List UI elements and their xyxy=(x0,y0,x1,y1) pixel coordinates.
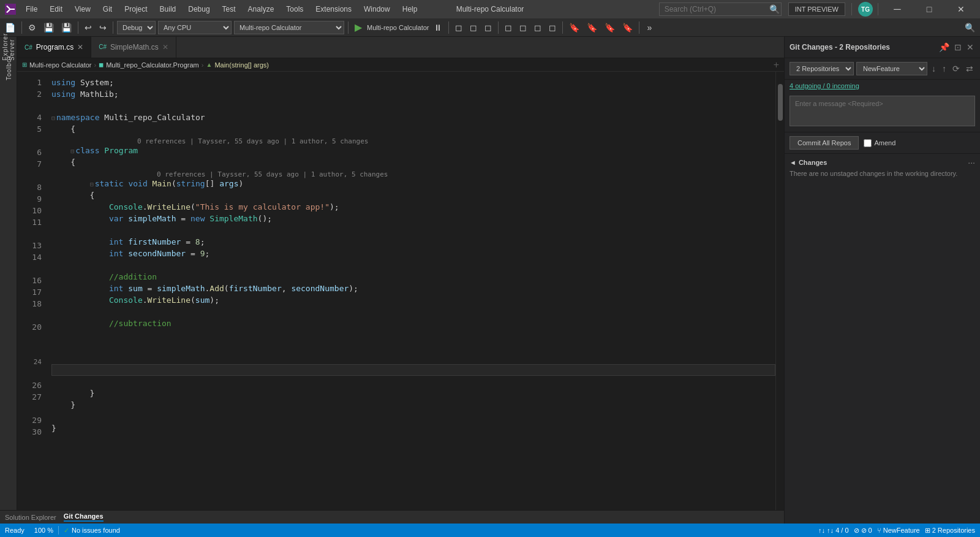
status-repos-count[interactable]: ⊞ 2 Repositories xyxy=(925,527,975,535)
status-branch[interactable]: ⑂ NewFeature xyxy=(877,527,920,534)
git-push-btn[interactable]: ⟳ xyxy=(951,63,962,75)
tab-program-cs-close[interactable]: ✕ xyxy=(77,43,83,51)
breadcrumb-class[interactable]: Multi_repo_Calculator.Program xyxy=(106,61,199,69)
debug-mode-dropdown[interactable]: Debug xyxy=(117,21,156,34)
menu-debug[interactable]: Debug xyxy=(183,4,214,15)
editor-scrollbar[interactable] xyxy=(775,72,784,524)
int-preview-button[interactable]: INT PREVIEW xyxy=(788,2,845,16)
close-button[interactable]: ✕ xyxy=(947,0,975,18)
code-line-6: ⊟class Program xyxy=(51,145,775,156)
toolbar-search-feedback[interactable]: 🔍 xyxy=(962,20,978,35)
toolbar-pause-btn[interactable]: ⏸ xyxy=(431,20,445,35)
breadcrumb-project[interactable]: Multi-repo Calculator xyxy=(29,61,91,69)
toolbar-bookmark3[interactable]: 🔖 xyxy=(602,20,617,35)
git-toolbar: 2 Repositories NewFeature ↓ ↑ ⟳ ⇄ xyxy=(785,58,980,80)
solution-explorer-tab[interactable]: Solution Explorer xyxy=(5,514,56,521)
minimize-button[interactable]: ─ xyxy=(883,0,911,18)
toolbar-build-btn[interactable]: ⚙ xyxy=(26,20,39,35)
status-ready[interactable]: Ready xyxy=(0,524,29,537)
code-line-17: int sum = simpleMath.Add(firstNumber, se… xyxy=(51,283,775,294)
toolbar-extra2[interactable]: ◻ xyxy=(467,20,480,35)
outgoing-link[interactable]: 4 outgoing / 0 incoming xyxy=(785,80,980,92)
menu-file[interactable]: File xyxy=(21,4,42,15)
commit-message-input[interactable] xyxy=(790,96,975,126)
project-dropdown[interactable]: Multi-repo Calculator xyxy=(234,21,344,34)
toolbar-bookmark2[interactable]: 🔖 xyxy=(584,20,600,35)
toolbar-saveall-btn[interactable]: 💾 xyxy=(59,20,74,35)
scrollbar-thumb[interactable] xyxy=(778,84,783,121)
menu-build[interactable]: Build xyxy=(155,4,181,15)
toolbar-extra7[interactable]: ◻ xyxy=(546,20,559,35)
code-line-18: Console.WriteLine(sum); xyxy=(51,294,775,306)
code-line-28 xyxy=(51,411,775,422)
changes-title: ◄ Changes xyxy=(790,159,827,166)
branch-dropdown[interactable]: NewFeature xyxy=(856,62,927,75)
menu-git[interactable]: Git xyxy=(98,4,117,15)
code-line-30 xyxy=(51,434,775,446)
changes-section: ◄ Changes ··· There are no unstaged chan… xyxy=(785,154,980,524)
menu-bar: File Edit View Git Project Build Debug T… xyxy=(21,4,422,15)
tab-simplemath-cs-close[interactable]: ✕ xyxy=(162,43,168,51)
code-line-4: ⊟namespace Multi_repo_Calculator xyxy=(51,112,775,123)
menu-tools[interactable]: Tools xyxy=(281,4,308,15)
toolbar-redo-btn[interactable]: ↪ xyxy=(97,20,109,35)
menu-test[interactable]: Test xyxy=(217,4,241,15)
git-panel-pin-btn[interactable]: 📌 xyxy=(938,41,951,53)
repos-dropdown[interactable]: 2 Repositories xyxy=(790,62,854,75)
status-git-info[interactable]: ↑↓ ↑↓ 4 / 0 xyxy=(818,527,848,534)
line-numbers: 1 2 4 5 · 6 7 · 8 9 10 11 13 14 xyxy=(17,72,47,524)
toolbar-extra3[interactable]: ◻ xyxy=(482,20,494,35)
toolbar-extra4[interactable]: ◻ xyxy=(502,20,514,35)
status-errors[interactable]: ⊘ ⊘ 0 xyxy=(854,527,872,535)
toolbar-bookmark4[interactable]: 🔖 xyxy=(620,20,635,35)
menu-view[interactable]: View xyxy=(70,4,96,15)
code-content[interactable]: using System; using MathLib; ⊟namespace … xyxy=(47,72,775,524)
maximize-button[interactable]: □ xyxy=(915,0,943,18)
toolbar-bookmark1[interactable]: 🔖 xyxy=(567,20,582,35)
status-issues[interactable]: ✓ No issues found xyxy=(64,527,120,535)
git-panel-close-btn[interactable]: ✕ xyxy=(965,41,975,53)
git-changes-tab[interactable]: Git Changes xyxy=(64,512,104,522)
sidebar-server-explorer[interactable]: Server Explorer xyxy=(1,39,16,54)
code-line-19 xyxy=(51,306,775,318)
code-editor[interactable]: 1 2 4 5 · 6 7 · 8 9 10 11 13 14 xyxy=(17,72,775,524)
user-avatar[interactable]: TG xyxy=(858,2,873,17)
changes-collapse-icon[interactable]: ◄ xyxy=(790,159,796,166)
toolbar-extra5[interactable]: ◻ xyxy=(517,20,529,35)
title-bar-left: File Edit View Git Project Build Debug T… xyxy=(5,4,422,15)
amend-label[interactable]: Amend xyxy=(874,139,895,147)
status-zoom[interactable]: 100 % xyxy=(34,527,53,534)
toolbar-more[interactable]: » xyxy=(643,20,655,35)
toolbar-extra1[interactable]: ◻ xyxy=(453,20,465,35)
breadcrumb-method[interactable]: Main(string[] args) xyxy=(214,61,269,69)
tab-program-cs[interactable]: C# Program.cs ✕ xyxy=(17,37,91,58)
breadcrumb-add-icon[interactable]: + xyxy=(774,59,779,70)
tab-simplemath-cs[interactable]: C# SimpleMath.cs ✕ xyxy=(91,37,176,58)
repos-count-label: 2 Repositories xyxy=(932,527,975,534)
toolbar-save-btn[interactable]: 💾 xyxy=(41,20,56,35)
commit-button[interactable]: Commit All Repos xyxy=(790,136,859,150)
menu-project[interactable]: Project xyxy=(119,4,152,15)
menu-window[interactable]: Window xyxy=(359,4,395,15)
search-input[interactable] xyxy=(659,2,782,16)
git-sync-btn[interactable]: ⇄ xyxy=(964,63,975,75)
amend-checkbox[interactable] xyxy=(864,139,872,147)
menu-analyze[interactable]: Analyze xyxy=(243,4,279,15)
menu-edit[interactable]: Edit xyxy=(45,4,67,15)
sidebar-toolbox[interactable]: Toolbox xyxy=(1,60,16,75)
toolbar-undo-btn[interactable]: ↩ xyxy=(82,20,94,35)
cpu-dropdown[interactable]: Any CPU xyxy=(158,21,232,34)
run-button[interactable]: ▶ xyxy=(352,21,364,33)
menu-help[interactable]: Help xyxy=(398,4,423,15)
hint-5: 0 references | Taysser, 55 days ago | 1 … xyxy=(51,135,775,145)
commit-actions: Commit All Repos Amend xyxy=(785,132,980,154)
git-panel-maximize-btn[interactable]: ⊡ xyxy=(953,41,963,53)
code-line-3 xyxy=(51,100,775,112)
code-line-1: using System; xyxy=(51,77,775,88)
code-line-24[interactable] xyxy=(51,364,775,376)
git-pull-btn[interactable]: ↑ xyxy=(940,63,948,75)
git-fetch-btn[interactable]: ↓ xyxy=(930,63,938,75)
changes-more-btn[interactable]: ··· xyxy=(968,158,975,167)
toolbar-extra6[interactable]: ◻ xyxy=(532,20,544,35)
menu-extensions[interactable]: Extensions xyxy=(311,4,356,15)
